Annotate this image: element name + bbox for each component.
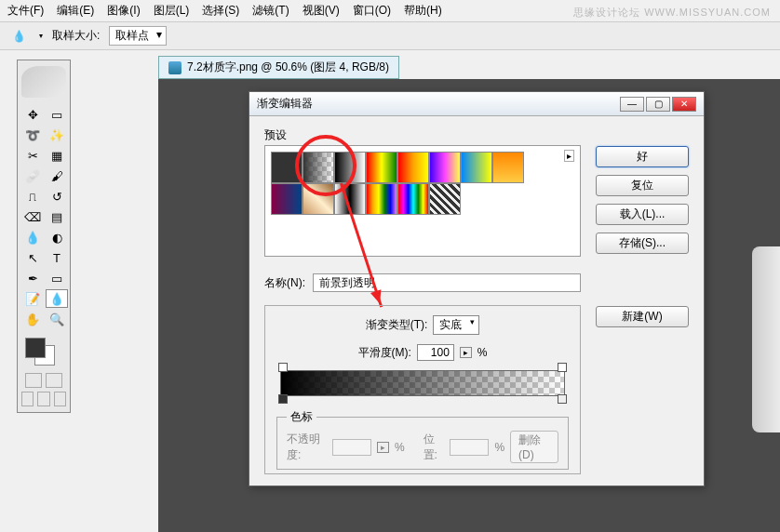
crop-tool[interactable]: ✂ <box>21 146 44 165</box>
dodge-tool[interactable]: ◐ <box>46 228 68 246</box>
dialog-titlebar[interactable]: 渐变编辑器 — ▢ ✕ <box>249 92 704 116</box>
feather-icon <box>21 66 66 98</box>
percent-label: % <box>477 346 488 359</box>
stamp-tool[interactable]: ⎍ <box>21 187 44 206</box>
lasso-tool[interactable]: ➰ <box>21 126 44 144</box>
preset-swatch[interactable] <box>461 152 492 183</box>
opacity-stop-right[interactable] <box>558 363 567 372</box>
menu-file[interactable]: 文件(F) <box>7 3 44 19</box>
position-label: 位置: <box>424 432 445 463</box>
menu-image[interactable]: 图像(I) <box>107 3 140 19</box>
preset-swatch[interactable] <box>429 183 461 215</box>
move-tool[interactable]: ✥ <box>21 105 44 124</box>
zoom-tool[interactable]: 🔍 <box>46 310 68 328</box>
ok-button[interactable]: 好 <box>596 146 689 167</box>
mode-b[interactable] <box>37 392 49 406</box>
menu-select[interactable]: 选择(S) <box>202 3 239 19</box>
menu-filter[interactable]: 滤镜(T) <box>252 3 289 19</box>
type-tool[interactable]: T <box>46 248 68 267</box>
gradient-tool[interactable]: ▤ <box>46 207 68 226</box>
pen-tool[interactable]: ✒ <box>21 269 44 287</box>
eraser-tool[interactable]: ⌫ <box>21 207 44 226</box>
preset-swatch[interactable] <box>334 152 366 183</box>
fg-color-swatch[interactable] <box>25 338 46 358</box>
preset-swatch[interactable] <box>271 152 303 183</box>
pct2: % <box>494 441 504 454</box>
quickmask-toggle[interactable] <box>25 373 42 388</box>
smooth-spinner[interactable]: ▸ <box>460 347 472 358</box>
sample-size-select[interactable]: 取样点 ▾ <box>109 26 167 46</box>
preset-menu-button[interactable]: ▸ <box>564 150 574 162</box>
preset-swatch[interactable] <box>397 183 429 215</box>
position-input <box>450 439 489 456</box>
mode-c[interactable] <box>54 392 66 406</box>
smooth-input[interactable] <box>417 344 454 361</box>
color-stop-right[interactable] <box>558 394 567 404</box>
eyedropper-tool[interactable]: 💧 <box>46 289 68 308</box>
hand-tool[interactable]: ✋ <box>21 310 44 328</box>
opacity-spinner: ▸ <box>377 442 389 453</box>
preset-swatch[interactable] <box>397 152 429 183</box>
color-stop-left[interactable] <box>278 394 288 404</box>
heal-tool[interactable]: 🩹 <box>21 166 44 185</box>
slice-tool[interactable]: ▦ <box>46 146 68 165</box>
document-tab[interactable]: 7.2材质字.png @ 50.6% (图层 4, RGB/8) <box>158 56 399 79</box>
menu-help[interactable]: 帮助(H) <box>404 3 442 19</box>
options-bar: 💧 ▾ 取样大小: 取样点 ▾ <box>0 22 780 50</box>
dialog-title: 渐变编辑器 <box>257 96 313 112</box>
preset-swatch[interactable] <box>366 183 397 215</box>
eyedropper-icon[interactable]: 💧 <box>7 27 30 46</box>
preset-swatch[interactable] <box>492 152 524 183</box>
gradient-bar[interactable] <box>280 370 565 396</box>
stops-fieldset: 色标 不透明度: ▸ % 位置: % 删除(D) <box>276 409 569 470</box>
smooth-label: 平滑度(M): <box>358 345 411 361</box>
new-button[interactable]: 新建(W) <box>596 306 689 327</box>
preset-swatch[interactable] <box>271 183 303 215</box>
close-button[interactable]: ✕ <box>672 97 696 112</box>
preset-swatch[interactable] <box>366 152 397 183</box>
path-select-tool[interactable]: ↖ <box>21 248 44 267</box>
brush-tool[interactable]: 🖌 <box>46 166 68 185</box>
gradient-editor-dialog: 渐变编辑器 — ▢ ✕ 预设 ▸ <box>249 91 705 486</box>
save-button[interactable]: 存储(S)... <box>596 233 689 254</box>
shape-tool[interactable]: ▭ <box>46 269 68 287</box>
opacity-input <box>332 439 371 456</box>
delete-stop-button: 删除(D) <box>510 431 558 463</box>
type-label: 渐变类型(T): <box>366 317 428 333</box>
menu-window[interactable]: 窗口(O) <box>353 3 391 19</box>
preset-swatch[interactable] <box>429 152 461 183</box>
marquee-tool[interactable]: ▭ <box>46 105 68 124</box>
opacity-stop-left[interactable] <box>278 363 288 372</box>
presets-box: ▸ <box>264 145 581 257</box>
preset-swatch[interactable] <box>303 152 334 183</box>
menu-layer[interactable]: 图层(L) <box>154 3 190 19</box>
history-brush-tool[interactable]: ↺ <box>46 187 68 206</box>
watermark: 思缘设计论坛 WWW.MISSYUAN.COM <box>573 6 771 20</box>
type-select[interactable]: 实底 <box>433 315 479 335</box>
pct1: % <box>395 441 405 454</box>
maximize-button[interactable]: ▢ <box>646 97 670 112</box>
notes-tool[interactable]: 📝 <box>21 289 44 308</box>
menu-view[interactable]: 视图(V) <box>303 3 340 19</box>
presets-label: 预设 <box>264 127 581 143</box>
stops-legend: 色标 <box>287 409 316 425</box>
watch-image <box>715 246 780 432</box>
wand-tool[interactable]: ✨ <box>46 126 68 144</box>
load-button[interactable]: 载入(L)... <box>596 204 689 225</box>
gradient-settings: 渐变类型(T): 实底 平滑度(M): ▸ % 色标 <box>264 305 581 474</box>
blur-tool[interactable]: 💧 <box>21 228 44 246</box>
mode-a[interactable] <box>21 392 34 406</box>
tool-preset-arrow[interactable]: ▾ <box>39 32 43 40</box>
color-swatches[interactable] <box>21 336 66 369</box>
toolbox: ✥ ▭ ➰ ✨ ✂ ▦ 🩹 🖌 ⎍ ↺ ⌫ ▤ 💧 ◐ ↖ T ✒ ▭ 📝 💧 … <box>17 60 71 413</box>
opacity-label: 不透明度: <box>287 432 327 463</box>
document-title: 7.2材质字.png @ 50.6% (图层 4, RGB/8) <box>187 60 389 75</box>
menu-edit[interactable]: 编辑(E) <box>57 3 94 19</box>
screenmode-toggle[interactable] <box>46 373 62 388</box>
ps-file-icon <box>168 61 182 74</box>
preset-swatch[interactable] <box>303 183 334 215</box>
sample-size-label: 取样大小: <box>52 28 100 44</box>
reset-button[interactable]: 复位 <box>596 175 689 196</box>
minimize-button[interactable]: — <box>620 97 644 112</box>
name-input[interactable] <box>313 273 581 292</box>
